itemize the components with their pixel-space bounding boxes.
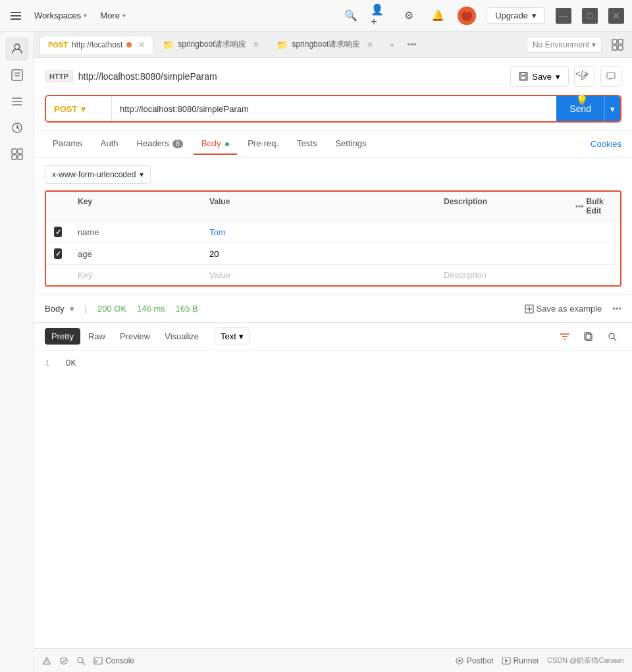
runner-button[interactable]: Runner [502,656,539,665]
row2-value[interactable]: 20 [201,243,436,264]
resp-tab-raw[interactable]: Raw [82,328,112,345]
resp-tab-visualize[interactable]: Visualize [158,328,205,345]
tab-url-text: http://localhost [72,40,122,49]
search-icon[interactable]: 🔍 [342,7,360,25]
tab-prereq[interactable]: Pre-req. [240,133,286,155]
row1-value[interactable]: Tom [201,221,436,242]
method-chevron: ▾ [81,104,86,114]
response-more-button[interactable]: ••• [612,304,621,314]
bottom-search-icon[interactable] [76,656,86,665]
tab-params[interactable]: Params [45,133,90,155]
send-dropdown[interactable]: ▾ [604,96,620,121]
send-arrow-icon: ▾ [610,104,615,114]
header-description: Description [436,192,567,221]
row1-checkbox[interactable] [54,227,62,237]
environment-selector[interactable]: No Environment ▾ [527,37,602,53]
placeholder-value[interactable]: Value [201,265,436,285]
bottom-check-icon[interactable] [59,656,68,665]
url-input[interactable] [112,96,556,121]
add-tab-button[interactable]: ＋ [382,36,401,54]
sidebar-item-grid[interactable] [5,142,29,166]
copy-icon[interactable] [579,327,598,346]
tab-springboot-1-close[interactable]: ✕ [253,40,259,49]
placeholder-description[interactable]: Description [436,265,567,285]
svg-rect-9 [18,149,22,154]
table-row: name Tom [46,221,620,243]
save-chevron: ▾ [556,72,560,82]
add-user-icon[interactable]: 👤+ [371,7,389,25]
bottom-warning-icon[interactable] [42,656,51,665]
avatar[interactable] [458,7,476,25]
tab-close-icon[interactable]: ✕ [138,40,145,49]
status-time: 146 ms [137,304,165,314]
tab-tests[interactable]: Tests [289,133,325,155]
tab-headers[interactable]: Headers 8 [129,133,191,155]
save-example-button[interactable]: Save as example [525,304,602,314]
save-button[interactable]: Save ▾ [510,66,569,87]
row2-key[interactable]: age [70,243,201,264]
titlebar: Workspaces ▾ More ▾ 🔍 👤+ ⚙ 🔔 Upgrade ▾ —… [0,0,632,32]
tab-settings[interactable]: Settings [327,133,374,155]
upgrade-button[interactable]: Upgrade ▾ [487,7,545,24]
row2-key-text: age [78,249,92,259]
tab-springboot-2-close[interactable]: ✕ [367,40,373,49]
main-content: POST http://localhost ✕ 📁 springboot请求响应… [34,32,632,672]
sidebar-item-user[interactable] [5,37,29,61]
env-chevron: ▾ [592,40,596,49]
sidebar-item-clock[interactable] [5,116,29,140]
code-icon[interactable]: </> [571,63,592,84]
preview-label: Preview [120,331,150,341]
row1-description[interactable] [436,221,567,242]
save-label: Save [532,72,552,82]
workspaces-menu[interactable]: Workspaces ▾ [29,8,92,23]
prereq-label: Pre-req. [248,138,278,148]
tab-bar: POST http://localhost ✕ 📁 springboot请求响应… [34,32,632,58]
lightbulb-icon[interactable]: 💡 [571,90,592,111]
resp-tab-preview[interactable]: Preview [113,328,157,345]
comment-button[interactable] [600,66,621,87]
tab-springboot-1[interactable]: 📁 springboot请求响应 ✕ [155,35,267,54]
header-value: Value [201,192,436,221]
sidebar-item-collections[interactable] [5,90,29,113]
tab-folder-icon-2: 📁 [276,40,288,50]
visualize-label: Visualize [165,331,199,341]
method-selector[interactable]: POST ▾ [46,96,112,121]
encoding-selector[interactable]: x-www-form-urlencoded ▾ [45,165,151,184]
more-tabs-button[interactable]: ••• [402,36,421,54]
tab-springboot-2[interactable]: 📁 springboot请求响应 ✕ [269,35,381,54]
tab-body[interactable]: Body [194,133,237,155]
placeholder-checkbox-cell [46,265,70,285]
row1-key[interactable]: name [70,221,201,242]
form-table: Key Value Description ••• Bulk Edit name [45,190,621,287]
row1-key-text: name [78,227,99,237]
console-button[interactable]: Console [93,656,134,665]
placeholder-key[interactable]: Key [70,265,201,285]
postbot-button[interactable]: Postbot [455,656,494,665]
response-body: 1 OK [34,350,632,648]
bell-icon[interactable]: 🔔 [429,7,447,25]
auth-label: Auth [101,138,118,148]
hamburger-menu[interactable] [8,9,24,22]
collection-view-icon[interactable] [608,36,627,54]
sidebar-item-history[interactable] [5,63,29,87]
settings-icon[interactable]: ⚙ [400,7,418,25]
minimize-button[interactable]: — [556,8,571,24]
params-label: Params [53,138,82,148]
row2-checkbox[interactable] [54,248,62,259]
row1-actions [567,221,620,242]
row2-description[interactable] [436,243,567,264]
row1-checkbox-cell [46,221,70,242]
maximize-button[interactable]: □ [582,8,598,24]
more-menu[interactable]: More ▾ [95,8,131,23]
format-selector[interactable]: Text ▾ [215,327,250,345]
close-button[interactable]: ✕ [608,8,624,24]
search-response-icon[interactable] [603,327,621,346]
cookies-link[interactable]: Cookies [591,139,621,149]
bulk-edit-label[interactable]: Bulk Edit [587,197,612,215]
sort-icon[interactable] [556,327,574,346]
resp-tab-pretty[interactable]: Pretty [45,328,80,345]
more-icon[interactable]: ••• [575,202,584,211]
tab-auth[interactable]: Auth [93,133,126,155]
body-dropdown-icon[interactable]: ▾ [70,304,74,314]
tab-post-localhost[interactable]: POST http://localhost ✕ [40,36,153,54]
